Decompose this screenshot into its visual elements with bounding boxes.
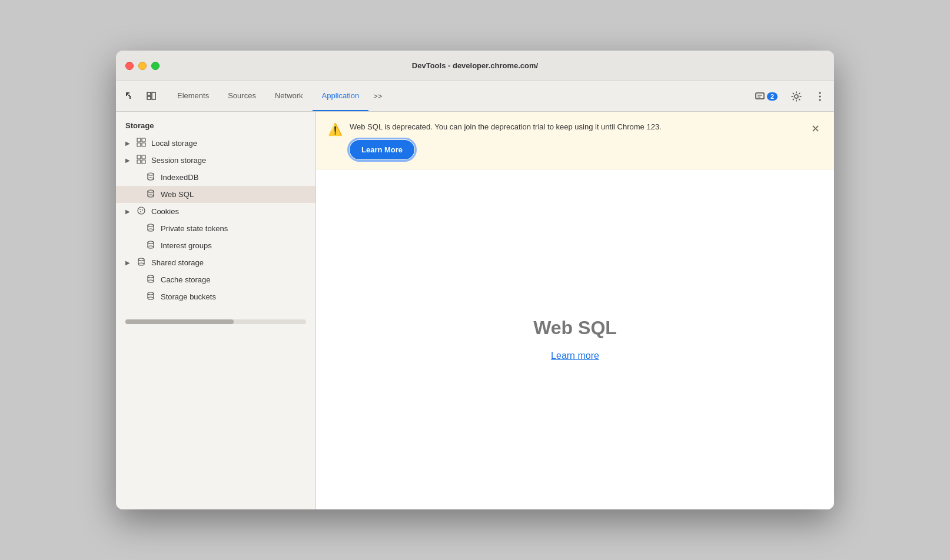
toolbar-right: 2 (750, 87, 829, 106)
svg-point-27 (148, 173, 154, 175)
svg-rect-24 (142, 155, 145, 159)
cylinder-icon (145, 223, 156, 234)
svg-rect-25 (137, 160, 141, 164)
close-button[interactable] (125, 62, 134, 70)
svg-rect-23 (137, 155, 141, 159)
svg-point-58 (148, 297, 154, 299)
svg-point-51 (148, 275, 154, 278)
content-panel: ⚠️ Web SQL is deprecated. You can join t… (316, 112, 834, 509)
cylinder-icon (145, 189, 156, 200)
svg-point-38 (140, 211, 141, 212)
more-tabs-button[interactable]: >> (368, 81, 387, 111)
sidebar-scrollbar-thumb (125, 319, 234, 324)
sidebar-item-private-state-tokens[interactable]: ▶ Private state tokens (116, 220, 315, 237)
sidebar-item-cookies[interactable]: ▶ Cookies (116, 203, 315, 220)
learn-more-button[interactable]: Learn More (350, 140, 414, 159)
minimize-button[interactable] (138, 62, 147, 70)
learn-more-link[interactable]: Learn more (551, 351, 599, 361)
svg-point-18 (819, 99, 821, 101)
cylinder-icon (145, 240, 156, 251)
arrow-icon: ▶ (125, 259, 131, 266)
tab-sources[interactable]: Sources (218, 81, 265, 111)
svg-point-36 (139, 209, 141, 210)
web-sql-content: Web SQL Learn more (316, 169, 834, 510)
svg-rect-8 (129, 96, 131, 99)
warning-message: Web SQL is deprecated. You can join the … (350, 121, 802, 133)
maximize-button[interactable] (151, 62, 160, 70)
settings-button[interactable] (787, 87, 806, 106)
svg-rect-9 (147, 92, 151, 95)
svg-rect-22 (142, 143, 145, 146)
svg-point-47 (138, 258, 144, 261)
svg-point-46 (148, 246, 154, 248)
deprecation-warning: ⚠️ Web SQL is deprecated. You can join t… (316, 112, 834, 169)
console-icon (755, 92, 765, 101)
settings-icon (791, 91, 802, 102)
close-warning-button[interactable]: ✕ (809, 121, 822, 136)
cursor-tool-button[interactable] (121, 87, 139, 106)
svg-rect-4 (126, 95, 127, 96)
grid-icon (136, 138, 147, 149)
sidebar-item-storage-buckets[interactable]: ▶ Storage buckets (116, 288, 315, 305)
svg-rect-21 (137, 143, 141, 146)
sidebar-item-local-storage[interactable]: ▶ Local storage (116, 135, 315, 152)
console-messages-button[interactable]: 2 (750, 89, 782, 104)
svg-rect-11 (152, 92, 155, 99)
svg-point-15 (795, 95, 798, 98)
sidebar-item-shared-storage[interactable]: ▶ Shared storage (116, 254, 315, 271)
svg-point-37 (142, 209, 143, 211)
inspect-element-button[interactable] (142, 87, 161, 106)
svg-point-54 (148, 280, 154, 282)
svg-rect-19 (137, 138, 141, 142)
sidebar-item-web-sql[interactable]: ▶ Web SQL (116, 186, 315, 203)
window-title: DevTools - developer.chrome.com/ (412, 61, 538, 70)
sidebar-item-cache-storage[interactable]: ▶ Cache storage (116, 271, 315, 288)
svg-point-50 (138, 263, 144, 265)
svg-point-16 (819, 92, 821, 94)
svg-rect-20 (142, 138, 145, 142)
warning-text-area: Web SQL is deprecated. You can join the … (350, 121, 802, 159)
tab-bar: Elements Sources Network Application >> (168, 81, 748, 111)
grid-icon (136, 155, 147, 166)
svg-point-34 (148, 195, 154, 197)
cylinder-icon (136, 257, 147, 268)
sidebar-item-indexeddb[interactable]: ▶ IndexedDB (116, 169, 315, 186)
cylinder-icon (145, 172, 156, 183)
warning-icon: ⚠️ (328, 122, 343, 136)
tab-application[interactable]: Application (313, 81, 369, 111)
sidebar-scrollbar[interactable] (125, 319, 306, 324)
web-sql-title: Web SQL (533, 317, 617, 339)
toolbar: Elements Sources Network Application >> (116, 81, 834, 112)
svg-point-43 (148, 241, 154, 244)
tab-network[interactable]: Network (265, 81, 313, 111)
storage-section-title: Storage (116, 119, 315, 135)
svg-rect-3 (126, 94, 127, 95)
cookie-icon (136, 206, 147, 217)
svg-point-42 (148, 229, 154, 231)
svg-rect-26 (142, 160, 145, 164)
svg-point-30 (148, 178, 154, 180)
traffic-lights (125, 62, 160, 70)
more-options-button[interactable] (811, 87, 829, 106)
svg-rect-2 (128, 92, 129, 94)
arrow-icon: ▶ (125, 157, 131, 164)
sidebar-item-session-storage[interactable]: ▶ Session storage (116, 152, 315, 169)
sidebar-item-interest-groups[interactable]: ▶ Interest groups (116, 237, 315, 254)
svg-point-39 (148, 224, 154, 226)
cursor-icon (125, 91, 135, 102)
titlebar: DevTools - developer.chrome.com/ (116, 51, 834, 81)
svg-point-55 (148, 292, 154, 295)
svg-point-31 (148, 190, 154, 192)
cylinder-icon (145, 291, 156, 302)
cylinder-icon (145, 274, 156, 285)
main-content: Storage ▶ Local storage ▶ (116, 112, 834, 509)
more-vertical-icon (819, 92, 821, 101)
inspect-icon (146, 91, 157, 102)
console-badge: 2 (767, 92, 778, 101)
svg-rect-5 (127, 94, 128, 95)
devtools-window: DevTools - developer.chrome.com/ (116, 51, 834, 509)
svg-rect-1 (127, 92, 128, 94)
svg-rect-0 (126, 92, 127, 94)
svg-rect-10 (147, 96, 151, 99)
tab-elements[interactable]: Elements (168, 81, 218, 111)
